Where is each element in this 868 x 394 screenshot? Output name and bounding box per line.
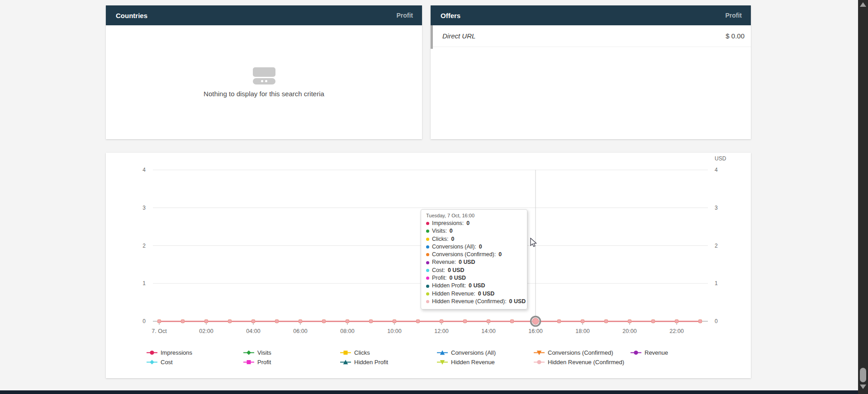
x-axis-label: 04:00	[246, 328, 260, 334]
legend-label: Conversions (Confirmed)	[548, 349, 613, 356]
x-axis-label: 16:00	[528, 328, 542, 334]
offers-metric-profit[interactable]: Profit	[725, 12, 742, 19]
tooltip-metric-row: Clicks: 0	[426, 235, 522, 243]
data-point-marker[interactable]	[651, 319, 655, 324]
data-point-marker[interactable]	[369, 319, 373, 324]
y-axis-unit-label: USD	[715, 155, 726, 162]
data-point-marker[interactable]	[581, 319, 584, 324]
data-point-marker[interactable]	[275, 319, 279, 324]
legend-item-impressions[interactable]: Impressions	[147, 349, 243, 356]
tooltip-metric-label: Conversions (Confirmed):	[432, 251, 496, 258]
data-point-marker[interactable]	[557, 319, 561, 324]
tooltip-series-dot	[426, 292, 429, 296]
tooltip-series-dot	[426, 230, 429, 233]
x-axis-label: 08:00	[340, 328, 354, 334]
data-point-marker[interactable]	[698, 319, 702, 324]
legend-item-conversions-confirmed[interactable]: Conversions (Confirmed)	[534, 349, 631, 356]
data-point-marker[interactable]	[228, 319, 232, 324]
legend-item-cost[interactable]: Cost	[147, 359, 243, 366]
circle-marker-icon	[631, 350, 641, 356]
countries-panel: Countries Profit Nothing to display for …	[106, 5, 422, 139]
tooltip-metric-value: 0	[479, 243, 482, 251]
legend-item-clicks[interactable]: Clicks	[340, 349, 437, 356]
offers-scrollbar-thumb[interactable]	[431, 25, 433, 49]
x-axis-label: 10:00	[387, 328, 401, 334]
diamond-marker-icon	[243, 350, 254, 356]
tooltip-series-dot	[426, 253, 429, 256]
legend-item-visits[interactable]: Visits	[243, 349, 340, 356]
offer-name[interactable]: Direct URL	[442, 32, 475, 40]
tooltip-metric-value: 0 USD	[448, 267, 465, 274]
circle-marker-icon	[147, 350, 157, 356]
chart-legend: ImpressionsVisitsClicksConversions (All)…	[147, 348, 727, 367]
x-axis-label: 14:00	[481, 328, 495, 334]
tooltip-series-dot	[426, 277, 429, 280]
data-point-marker[interactable]	[251, 319, 255, 324]
x-axis-label: 7. Oct	[152, 328, 167, 334]
y-axis-label-left: 4	[142, 167, 146, 173]
tooltip-metric-value: 0 USD	[478, 290, 495, 298]
tooltip-metric-label: Clicks:	[432, 235, 448, 243]
tooltip-series-dot	[426, 285, 429, 288]
empty-state-text: Nothing to display for this search crite…	[204, 90, 324, 98]
data-point-marker[interactable]	[487, 319, 490, 324]
data-point-marker[interactable]	[157, 319, 161, 324]
data-point-marker[interactable]	[628, 319, 631, 324]
countries-metric-profit[interactable]: Profit	[396, 12, 413, 19]
data-point-marker[interactable]	[322, 319, 326, 324]
tooltip-metric-value: 0	[466, 220, 470, 227]
data-point-marker[interactable]	[463, 319, 467, 324]
scrollbar-thumb[interactable]	[860, 368, 866, 382]
y-axis-label-right: 1	[715, 280, 718, 286]
legend-label: Clicks	[354, 349, 370, 356]
data-point-marker[interactable]	[510, 319, 514, 324]
tooltip-metric-row: Conversions (All): 0	[426, 243, 522, 251]
data-point-marker[interactable]	[299, 319, 302, 324]
legend-item-hidden-profit[interactable]: Hidden Profit	[340, 359, 437, 366]
data-point-marker[interactable]	[204, 319, 208, 324]
data-point-marker[interactable]	[604, 319, 608, 324]
legend-item-profit[interactable]: Profit	[243, 359, 340, 366]
data-point-marker[interactable]	[440, 319, 443, 324]
tooltip-series-dot	[426, 245, 429, 249]
data-point-marker[interactable]	[346, 319, 349, 324]
triangle-down-marker-icon	[437, 359, 448, 365]
offer-row-direct-url[interactable]: Direct URL $ 0.00	[431, 25, 751, 47]
tooltip-metric-row: Hidden Revenue (Confirmed): 0 USD	[426, 298, 522, 305]
tooltip-title: Tuesday, 7 Oct, 16:00	[426, 213, 522, 218]
x-axis-label: 06:00	[293, 328, 307, 334]
countries-panel-header: Countries Profit	[106, 5, 422, 25]
tooltip-series-dot	[426, 300, 429, 303]
legend-label: Hidden Profit	[354, 359, 388, 366]
data-point-marker[interactable]	[393, 319, 396, 324]
tooltip-metric-value: 0	[498, 251, 502, 258]
scrollbar-up-arrow-icon[interactable]	[860, 2, 866, 7]
scrollbar-down-arrow-icon[interactable]	[860, 385, 866, 389]
vertical-scrollbar[interactable]	[858, 0, 868, 394]
tooltip-metric-label: Hidden Revenue:	[432, 290, 475, 298]
chart-panel: 00112233447. Oct02:0004:0006:0008:0010:0…	[106, 153, 751, 378]
data-point-marker[interactable]	[675, 319, 678, 324]
data-point-marker[interactable]	[416, 319, 420, 324]
tooltip-series-dot	[426, 261, 429, 264]
tooltip-metric-row: Revenue: 0 USD	[426, 258, 522, 266]
tooltip-metric-label: Conversions (All):	[432, 243, 476, 251]
data-point-marker[interactable]	[181, 319, 185, 324]
legend-item-hidden-revenue-confirmed[interactable]: Hidden Revenue (Confirmed)	[534, 359, 631, 366]
tooltip-metric-row: Cost: 0 USD	[426, 267, 522, 274]
legend-item-conversions-all[interactable]: Conversions (All)	[437, 349, 534, 356]
legend-item-revenue[interactable]: Revenue	[631, 349, 727, 356]
x-axis-label: 02:00	[199, 328, 213, 334]
tooltip-metric-value: 0	[451, 235, 454, 243]
hovered-data-point[interactable]	[531, 317, 541, 326]
tooltip-series-dot	[426, 222, 429, 225]
legend-label: Impressions	[161, 349, 192, 356]
tooltip-metric-label: Hidden Revenue (Confirmed):	[432, 298, 507, 305]
y-axis-label-right: 2	[715, 243, 718, 249]
countries-empty-state: Nothing to display for this search crite…	[106, 25, 422, 139]
legend-item-hidden-revenue[interactable]: Hidden Revenue	[437, 359, 534, 366]
circle-marker-icon	[534, 359, 545, 365]
diamond-marker-icon	[147, 359, 157, 365]
tooltip-metric-row: Profit: 0 USD	[426, 274, 522, 282]
offer-profit-value: $ 0.00	[726, 32, 745, 40]
